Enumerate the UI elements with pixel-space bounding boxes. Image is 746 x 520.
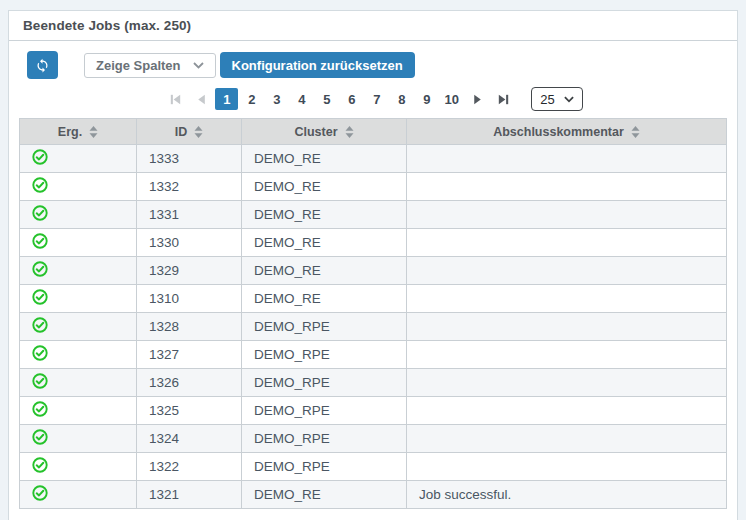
- first-page-icon: [168, 92, 183, 107]
- table-row[interactable]: 1331 DEMO_RE: [20, 201, 727, 229]
- page-number-list: 12345678910: [215, 88, 463, 110]
- column-header-abschlusskommentar[interactable]: Abschlusskommentar: [407, 119, 727, 145]
- sort-icon: [194, 126, 203, 138]
- check-circle-icon: [32, 485, 48, 501]
- table-row[interactable]: 1332 DEMO_RE: [20, 173, 727, 201]
- page-button-3[interactable]: 3: [265, 88, 288, 110]
- chevron-down-icon: [564, 96, 574, 103]
- check-circle-icon: [32, 345, 48, 361]
- sort-icon: [345, 126, 354, 138]
- table-row[interactable]: 1328 DEMO_RPE: [20, 313, 727, 341]
- page-button-4[interactable]: 4: [290, 88, 313, 110]
- toolbar: Zeige Spalten Konfiguration zurücksetzen: [19, 51, 727, 79]
- comment-cell: [407, 425, 727, 453]
- cluster-cell: DEMO_RPE: [242, 313, 407, 341]
- page-button-5[interactable]: 5: [315, 88, 338, 110]
- result-cell: [20, 257, 137, 285]
- table-row[interactable]: 1327 DEMO_RPE: [20, 341, 727, 369]
- result-cell: [20, 369, 137, 397]
- panel-title: Beendete Jobs (max. 250): [23, 18, 191, 33]
- check-circle-icon: [32, 149, 48, 165]
- next-page-button[interactable]: [465, 88, 489, 110]
- job-id-cell: 1321: [137, 481, 242, 509]
- page-button-6[interactable]: 6: [340, 88, 363, 110]
- comment-cell: [407, 285, 727, 313]
- previous-page-button[interactable]: [189, 88, 213, 110]
- cluster-cell: DEMO_RE: [242, 173, 407, 201]
- page-button-7[interactable]: 7: [365, 88, 388, 110]
- result-cell: [20, 201, 137, 229]
- refresh-button[interactable]: [27, 51, 58, 79]
- job-id-cell: 1330: [137, 229, 242, 257]
- chevron-down-icon: [193, 62, 204, 69]
- result-cell: [20, 397, 137, 425]
- table-row[interactable]: 1322 DEMO_RPE: [20, 453, 727, 481]
- last-page-icon: [496, 92, 511, 107]
- job-id-cell: 1310: [137, 285, 242, 313]
- job-id-cell: 1325: [137, 397, 242, 425]
- table-row[interactable]: 1333 DEMO_RE: [20, 145, 727, 173]
- job-id-cell: 1331: [137, 201, 242, 229]
- completed-jobs-table: Erg. ID Cluster Abschlusskommentar: [19, 118, 727, 509]
- result-cell: [20, 285, 137, 313]
- check-circle-icon: [32, 317, 48, 333]
- comment-cell: [407, 173, 727, 201]
- last-page-button[interactable]: [491, 88, 515, 110]
- result-cell: [20, 481, 137, 509]
- job-id-cell: 1333: [137, 145, 242, 173]
- first-page-button[interactable]: [163, 88, 187, 110]
- page-button-2[interactable]: 2: [240, 88, 263, 110]
- check-circle-icon: [32, 205, 48, 221]
- page-button-8[interactable]: 8: [390, 88, 413, 110]
- comment-cell: [407, 397, 727, 425]
- page-size-select[interactable]: 25: [531, 87, 582, 111]
- table-row[interactable]: 1330 DEMO_RE: [20, 229, 727, 257]
- comment-cell: [407, 453, 727, 481]
- refresh-icon: [35, 58, 50, 73]
- comment-cell: [407, 369, 727, 397]
- cluster-cell: DEMO_RE: [242, 145, 407, 173]
- table-row[interactable]: 1329 DEMO_RE: [20, 257, 727, 285]
- show-columns-label: Zeige Spalten: [96, 58, 181, 73]
- cluster-cell: DEMO_RPE: [242, 425, 407, 453]
- check-circle-icon: [32, 373, 48, 389]
- panel-header: Beendete Jobs (max. 250): [9, 11, 737, 41]
- table-row[interactable]: 1324 DEMO_RPE: [20, 425, 727, 453]
- completed-jobs-panel: Beendete Jobs (max. 250) Zeige Spalten K…: [8, 10, 738, 520]
- comment-cell: [407, 201, 727, 229]
- comment-cell: Job successful.: [407, 481, 727, 509]
- sort-icon: [631, 126, 640, 138]
- cluster-cell: DEMO_RPE: [242, 397, 407, 425]
- cluster-cell: DEMO_RE: [242, 481, 407, 509]
- check-circle-icon: [32, 401, 48, 417]
- comment-cell: [407, 145, 727, 173]
- result-cell: [20, 145, 137, 173]
- check-circle-icon: [32, 261, 48, 277]
- job-id-cell: 1326: [137, 369, 242, 397]
- table-row[interactable]: 1325 DEMO_RPE: [20, 397, 727, 425]
- comment-cell: [407, 341, 727, 369]
- page-button-1[interactable]: 1: [215, 88, 238, 110]
- page-button-10[interactable]: 10: [440, 88, 463, 110]
- job-id-cell: 1324: [137, 425, 242, 453]
- cluster-cell: DEMO_RPE: [242, 453, 407, 481]
- table-row[interactable]: 1321 DEMO_RE Job successful.: [20, 481, 727, 509]
- show-columns-dropdown[interactable]: Zeige Spalten: [84, 53, 216, 78]
- column-header-cluster[interactable]: Cluster: [242, 119, 407, 145]
- check-circle-icon: [32, 429, 48, 445]
- table-row[interactable]: 1310 DEMO_RE: [20, 285, 727, 313]
- column-header-erg[interactable]: Erg.: [20, 119, 137, 145]
- page-button-9[interactable]: 9: [415, 88, 438, 110]
- next-page-icon: [470, 92, 485, 107]
- comment-cell: [407, 313, 727, 341]
- job-id-cell: 1322: [137, 453, 242, 481]
- reset-configuration-button[interactable]: Konfiguration zurücksetzen: [220, 52, 415, 78]
- table-row[interactable]: 1326 DEMO_RPE: [20, 369, 727, 397]
- job-id-cell: 1328: [137, 313, 242, 341]
- column-header-id[interactable]: ID: [137, 119, 242, 145]
- job-id-cell: 1327: [137, 341, 242, 369]
- table-header-row: Erg. ID Cluster Abschlusskommentar: [20, 119, 727, 145]
- column-header-label: ID: [175, 125, 188, 139]
- cluster-cell: DEMO_RE: [242, 285, 407, 313]
- cluster-cell: DEMO_RE: [242, 229, 407, 257]
